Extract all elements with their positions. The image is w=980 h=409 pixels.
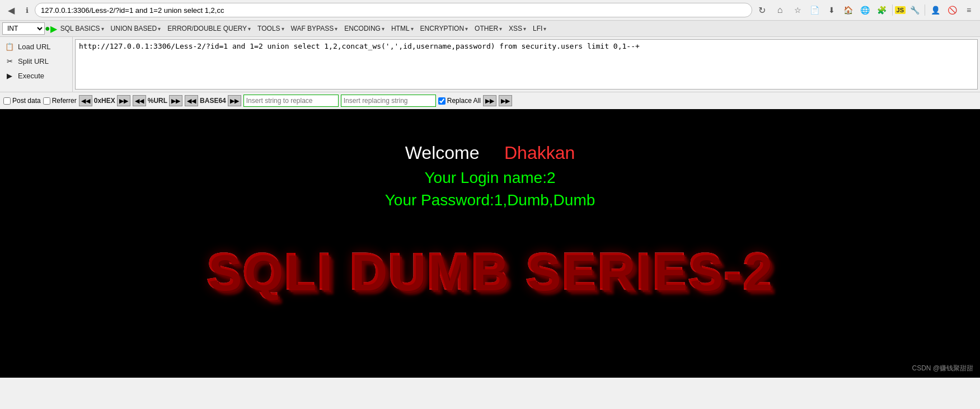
html-label: HTML <box>391 25 410 32</box>
waf-bypass-label: WAF BYPASS <box>291 25 334 32</box>
other-arrow: ▾ <box>499 26 502 32</box>
home-icon2[interactable]: 🏠 <box>841 2 856 18</box>
info-icon: ℹ <box>21 4 32 16</box>
encoding-arrow: ▾ <box>382 26 385 32</box>
base64-right-arrow[interactable]: ▶▶ <box>228 95 241 106</box>
url-left-arrow[interactable]: ◀◀ <box>133 95 146 106</box>
puzzle-icon[interactable]: 🧩 <box>874 2 890 18</box>
replace-right-arrow[interactable]: ▶▶ <box>483 95 496 106</box>
extension-icon[interactable]: 🔧 <box>907 2 922 18</box>
menu-union-based[interactable]: UNION BASED ▾ <box>107 23 165 34</box>
separator2 <box>925 4 925 16</box>
base64-encode-group: ◀◀ BASE64 ▶▶ <box>185 95 241 106</box>
hex-label: 0xHEX <box>93 97 116 105</box>
menu-tools[interactable]: TOOLS ▾ <box>254 23 287 34</box>
base64-left-arrow[interactable]: ◀◀ <box>185 95 198 106</box>
sidebar-item-execute[interactable]: ▶ Execute <box>0 68 72 83</box>
replace-all-label: Replace All <box>447 97 481 105</box>
main-area: 📋 Load URL ✂ Split URL ▶ Execute http://… <box>0 37 980 92</box>
tools-label: TOOLS <box>257 25 280 32</box>
download-icon[interactable]: ⬇ <box>824 2 840 18</box>
browser-toolbar-icons: ☆ 📄 ⬇ 🏠 🌐 🧩 JS 🔧 👤 🚫 ≡ <box>790 2 977 18</box>
globe-icon[interactable]: 🌐 <box>857 2 873 18</box>
referrer-label: Referrer <box>52 97 77 105</box>
encoding-label: ENCODING <box>344 25 381 32</box>
error-dq-arrow: ▾ <box>248 26 251 32</box>
login-name: Your Login name:2 <box>424 169 555 187</box>
welcome-text: Welcome <box>405 143 480 163</box>
load-url-label: Load URL <box>18 43 51 51</box>
post-data-checkbox[interactable] <box>3 97 11 105</box>
profile-icon[interactable]: 👤 <box>927 2 943 18</box>
type-select[interactable]: INT STRING <box>2 22 45 35</box>
url-label: %URL <box>147 97 168 105</box>
no-icon[interactable]: 🚫 <box>944 2 960 18</box>
url-area: http://127.0.0.1:3306/Less-2/?id=1 and 1… <box>73 37 980 92</box>
sidebar-item-load-url[interactable]: 📋 Load URL <box>0 39 72 54</box>
execute-label: Execute <box>18 72 44 80</box>
menu-encoding[interactable]: ENCODING ▾ <box>341 23 388 34</box>
other-label: OTHER <box>475 25 498 32</box>
url-right-arrow[interactable]: ▶▶ <box>169 95 182 106</box>
sidebar-item-split-url[interactable]: ✂ Split URL <box>0 54 72 68</box>
url-textarea[interactable]: http://127.0.0.1:3306/Less-2/?id=1 and 1… <box>75 39 978 90</box>
error-dq-label: ERROR/DOUBLE QUERY <box>167 25 247 32</box>
sqli-title: SQLI DUMB SERIES-2 <box>11 243 969 300</box>
menu-html[interactable]: HTML ▾ <box>388 23 417 34</box>
password-line: Your Password:1,Dumb,Dumb <box>385 191 595 209</box>
refresh-button[interactable]: ↻ <box>754 2 770 18</box>
toolbar-row: Post data Referrer ◀◀ 0xHEX ▶▶ ◀◀ %URL ▶… <box>0 92 980 109</box>
encryption-label: ENCRYPTION <box>420 25 464 32</box>
menu-lfi[interactable]: LFI ▾ <box>529 23 550 34</box>
insert-string-input[interactable] <box>243 95 339 107</box>
sql-basics-arrow: ▾ <box>101 26 104 32</box>
home-button[interactable]: ⌂ <box>772 2 788 18</box>
menu-sql-basics[interactable]: SQL BASICS ▾ <box>57 23 107 34</box>
menu-error-double-query[interactable]: ERROR/DOUBLE QUERY ▾ <box>164 23 254 34</box>
split-url-icon: ✂ <box>4 56 15 66</box>
content-area: Welcome Dhakkan Your Login name:2 Your P… <box>0 109 980 378</box>
lfi-label: LFI <box>533 25 542 32</box>
replace-all-group: Replace All <box>438 97 481 105</box>
replace-right-arrow2[interactable]: ▶▶ <box>499 95 512 106</box>
welcome-line: Welcome Dhakkan <box>405 143 575 163</box>
hackbar-nav: INT STRING ● ▶ SQL BASICS ▾ UNION BASED … <box>0 20 980 37</box>
split-url-label: Split URL <box>18 57 49 65</box>
post-data-group: Post data <box>3 97 41 105</box>
menu-encryption[interactable]: ENCRYPTION ▾ <box>417 23 471 34</box>
hex-encode-group: ◀◀ 0xHEX ▶▶ <box>79 95 130 106</box>
url-encode-group: ◀◀ %URL ▶▶ <box>133 95 182 106</box>
content-wrapper: Welcome Dhakkan Your Login name:2 Your P… <box>0 109 980 378</box>
tools-arrow: ▾ <box>282 26 284 32</box>
address-input[interactable] <box>35 3 752 17</box>
menu-icon[interactable]: ≡ <box>961 2 977 18</box>
menu-other[interactable]: OTHER ▾ <box>471 23 505 34</box>
bookmark-star-icon[interactable]: ☆ <box>790 2 806 18</box>
back-button[interactable]: ◀ <box>3 2 19 18</box>
reader-icon[interactable]: 📄 <box>807 2 823 18</box>
hex-left-arrow[interactable]: ◀◀ <box>79 95 92 106</box>
csdn-credit: CSDN @赚钱聚甜甜 <box>912 364 973 373</box>
load-url-icon: 📋 <box>4 41 15 51</box>
menu-waf-bypass[interactable]: WAF BYPASS ▾ <box>288 23 341 34</box>
browser-chrome: ◀ ℹ ↻ ⌂ ☆ 📄 ⬇ 🏠 🌐 🧩 JS 🔧 👤 🚫 ≡ INT STRIN… <box>0 0 980 109</box>
menu-xss[interactable]: XSS ▾ <box>505 23 529 34</box>
sidebar: 📋 Load URL ✂ Split URL ▶ Execute <box>0 37 73 92</box>
replace-all-checkbox[interactable] <box>438 97 446 105</box>
dhakkan-name: Dhakkan <box>504 143 575 163</box>
address-bar-row: ◀ ℹ ↻ ⌂ ☆ 📄 ⬇ 🏠 🌐 🧩 JS 🔧 👤 🚫 ≡ <box>0 0 980 20</box>
base64-label: BASE64 <box>199 97 227 105</box>
js-badge: JS <box>895 6 906 14</box>
xss-arrow: ▾ <box>523 26 526 32</box>
referrer-checkbox[interactable] <box>43 97 50 105</box>
xss-label: XSS <box>509 25 522 32</box>
separator1 <box>892 4 893 16</box>
insert-replacing-input[interactable] <box>341 95 436 107</box>
sqli-title-container: SQLI DUMB SERIES-2 <box>0 243 980 300</box>
hex-right-arrow[interactable]: ▶▶ <box>117 95 130 106</box>
green-triangle-icon: ▶ <box>50 23 57 34</box>
post-data-label: Post data <box>12 97 41 105</box>
waf-bypass-arrow: ▾ <box>335 26 337 32</box>
green-circle-icon: ● <box>45 23 50 34</box>
encryption-arrow: ▾ <box>465 26 468 32</box>
